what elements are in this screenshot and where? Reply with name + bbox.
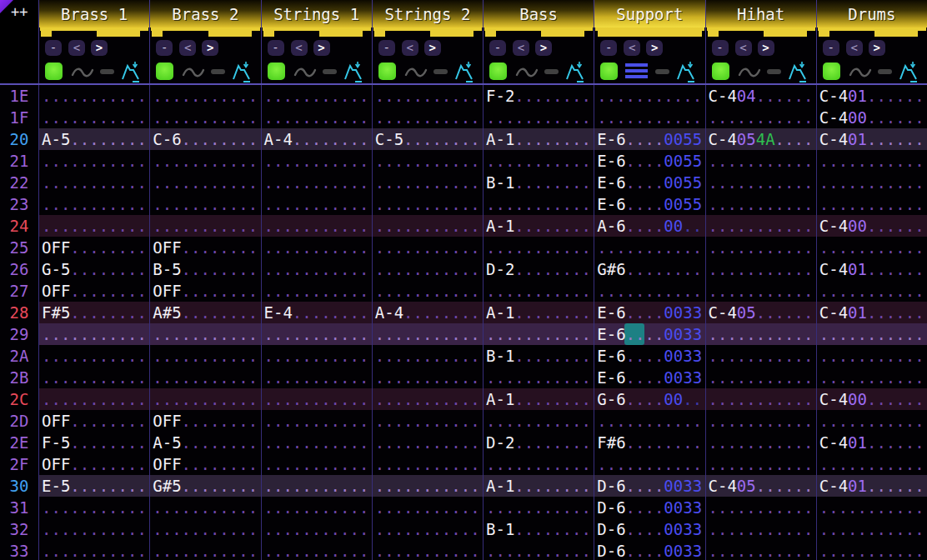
pattern-cell-ch5[interactable]: ........... bbox=[594, 85, 704, 107]
pattern-cell-ch3[interactable]: ........... bbox=[372, 453, 483, 475]
pattern-cell-ch4[interactable]: A-1........ bbox=[483, 388, 594, 410]
pattern-cell-ch1[interactable]: ........... bbox=[149, 518, 260, 540]
pattern-cell-ch7[interactable]: C-401...... bbox=[816, 258, 927, 280]
pattern-cell-ch1[interactable]: OFF........ bbox=[149, 280, 260, 302]
expand-button[interactable]: > bbox=[646, 40, 663, 56]
channel-header-brass-2[interactable]: Brass 2 bbox=[150, 0, 260, 28]
pattern-cell-ch3[interactable]: ........... bbox=[372, 172, 483, 193]
pattern-cell-ch1[interactable]: A-5........ bbox=[149, 432, 260, 453]
pattern-cell-ch2[interactable]: ........... bbox=[261, 475, 372, 497]
channel-active-indicator[interactable] bbox=[156, 62, 173, 80]
pattern-cell-ch7[interactable]: C-400...... bbox=[816, 388, 927, 410]
pattern-cell-ch5[interactable]: F#6........ bbox=[594, 432, 704, 453]
collapse-button[interactable]: - bbox=[712, 40, 729, 56]
pattern-cell-ch2[interactable]: ........... bbox=[261, 150, 372, 172]
pattern-cell-ch6[interactable]: ........... bbox=[705, 150, 816, 172]
pattern-cell-ch6[interactable]: ........... bbox=[705, 518, 816, 540]
pattern-cell-ch7[interactable]: ........... bbox=[816, 323, 927, 345]
pattern-cell-ch7[interactable]: ........... bbox=[816, 410, 927, 432]
channel-active-indicator[interactable] bbox=[600, 62, 618, 80]
pattern-cell-ch0[interactable]: OFF........ bbox=[38, 453, 149, 475]
pattern-cell-ch2[interactable]: ........... bbox=[261, 172, 372, 193]
pattern-cell-ch6[interactable]: ........... bbox=[705, 193, 816, 215]
pattern-cell-ch3[interactable]: ........... bbox=[372, 410, 483, 432]
pattern-cell-ch4[interactable]: A-1........ bbox=[483, 475, 594, 497]
expand-button[interactable]: > bbox=[313, 40, 330, 56]
pattern-cell-ch5[interactable]: E-6....0055 bbox=[594, 150, 704, 172]
pattern-cell-ch2[interactable]: ........... bbox=[261, 237, 372, 258]
pattern-cell-ch1[interactable]: OFF........ bbox=[149, 237, 260, 258]
pattern-cell-ch2[interactable]: ........... bbox=[261, 215, 372, 237]
pattern-cell-ch1[interactable]: C-6........ bbox=[149, 128, 260, 150]
channel-header-brass-1[interactable]: Brass 1 bbox=[39, 0, 149, 28]
pattern-cell-ch3[interactable]: C-5........ bbox=[372, 128, 483, 150]
expand-button[interactable]: > bbox=[758, 40, 774, 56]
pattern-cell-ch7[interactable]: ........... bbox=[816, 540, 927, 560]
pattern-cell-ch1[interactable]: ........... bbox=[149, 193, 260, 215]
pattern-cell-ch3[interactable]: ........... bbox=[372, 193, 483, 215]
channel-active-indicator[interactable] bbox=[268, 62, 285, 80]
pattern-cell-ch6[interactable]: ........... bbox=[705, 258, 816, 280]
pattern-cell-ch5[interactable]: E-6....0033 bbox=[594, 302, 704, 323]
pattern-cell-ch5[interactable]: D-6....0033 bbox=[594, 540, 704, 560]
pattern-cell-ch7[interactable]: C-401...... bbox=[816, 302, 927, 323]
pattern-cell-ch3[interactable]: ........... bbox=[372, 475, 483, 497]
pattern-cell-ch1[interactable]: ........... bbox=[149, 85, 260, 107]
pattern-cell-ch4[interactable]: ........... bbox=[483, 497, 594, 518]
pattern-cell-ch4[interactable]: B-1........ bbox=[483, 345, 594, 367]
pattern-cell-ch7[interactable]: ........... bbox=[816, 237, 927, 258]
pattern-cell-ch7[interactable]: C-401...... bbox=[816, 432, 927, 453]
pattern-cell-ch5[interactable]: E-6....0033 bbox=[594, 323, 704, 345]
channel-header-hihat[interactable]: Hihat bbox=[706, 0, 816, 28]
pattern-cell-ch7[interactable]: ........... bbox=[816, 280, 927, 302]
pattern-cell-ch3[interactable]: ........... bbox=[372, 540, 483, 560]
expand-button[interactable]: > bbox=[202, 40, 218, 56]
collapse-button[interactable]: - bbox=[45, 40, 62, 56]
pattern-cell-ch0[interactable]: F#5........ bbox=[38, 302, 149, 323]
pattern-cell-ch0[interactable]: ........... bbox=[38, 215, 149, 237]
pattern-cell-ch7[interactable]: C-400...... bbox=[816, 107, 927, 128]
shrink-button[interactable]: < bbox=[735, 40, 752, 56]
pattern-cell-ch0[interactable]: OFF........ bbox=[38, 410, 149, 432]
pattern-cell-ch7[interactable]: ........... bbox=[816, 150, 927, 172]
pattern-cell-ch5[interactable]: E-6....0033 bbox=[594, 367, 704, 388]
pattern-cell-ch0[interactable]: ........... bbox=[38, 388, 149, 410]
shrink-button[interactable]: < bbox=[179, 40, 196, 56]
pattern-cell-ch5[interactable]: A-6....00.. bbox=[594, 215, 704, 237]
pattern-cell-ch5[interactable]: ........... bbox=[594, 410, 704, 432]
pattern-cell-ch0[interactable]: F-5........ bbox=[38, 432, 149, 453]
pattern-cell-ch2[interactable]: ........... bbox=[261, 388, 372, 410]
pattern-cell-ch7[interactable]: ........... bbox=[816, 518, 927, 540]
pattern-cell-ch2[interactable]: ........... bbox=[261, 193, 372, 215]
pattern-cell-ch7[interactable]: C-401...... bbox=[816, 85, 927, 107]
collapse-button[interactable]: - bbox=[156, 40, 173, 56]
pattern-cell-ch7[interactable]: C-400...... bbox=[816, 215, 927, 237]
expand-button[interactable]: > bbox=[869, 40, 885, 56]
pattern-cell-ch5[interactable]: E-6....0055 bbox=[594, 128, 704, 150]
pattern-cell-ch7[interactable]: ........... bbox=[816, 367, 927, 388]
pattern-cell-ch4[interactable]: ........... bbox=[483, 280, 594, 302]
pattern-cell-ch1[interactable]: ........... bbox=[149, 388, 260, 410]
pattern-cell-ch6[interactable]: C-4054A.... bbox=[705, 128, 816, 150]
pattern-cell-ch6[interactable]: ........... bbox=[705, 280, 816, 302]
shrink-button[interactable]: < bbox=[402, 40, 418, 56]
pattern-cell-ch1[interactable]: B-5........ bbox=[149, 258, 260, 280]
channel-header-strings-1[interactable]: Strings 1 bbox=[262, 0, 372, 28]
pattern-cell-ch3[interactable]: ........... bbox=[372, 258, 483, 280]
channel-header-drums[interactable]: Drums bbox=[817, 0, 927, 28]
pattern-cell-ch2[interactable]: E-4........ bbox=[261, 302, 372, 323]
pattern-cell-ch3[interactable]: ........... bbox=[372, 323, 483, 345]
pattern-cell-ch0[interactable]: G-5........ bbox=[38, 258, 149, 280]
pattern-cell-ch2[interactable]: ........... bbox=[261, 367, 372, 388]
pattern-cell-ch4[interactable]: ........... bbox=[483, 150, 594, 172]
pattern-cell-ch4[interactable]: B-1........ bbox=[483, 172, 594, 193]
pattern-cell-ch1[interactable]: ........... bbox=[149, 215, 260, 237]
pattern-cell-ch6[interactable]: C-405...... bbox=[705, 302, 816, 323]
pattern-cell-ch5[interactable]: G#6........ bbox=[594, 258, 704, 280]
pattern-cell-ch2[interactable]: A-4........ bbox=[261, 128, 372, 150]
pattern-cell-ch5[interactable]: E-6....0033 bbox=[594, 345, 704, 367]
channel-active-indicator[interactable] bbox=[823, 62, 840, 80]
pattern-cell-ch5[interactable]: ........... bbox=[594, 453, 704, 475]
pattern-cell-ch4[interactable]: ........... bbox=[483, 453, 594, 475]
pattern-cell-ch7[interactable]: C-401...... bbox=[816, 475, 927, 497]
